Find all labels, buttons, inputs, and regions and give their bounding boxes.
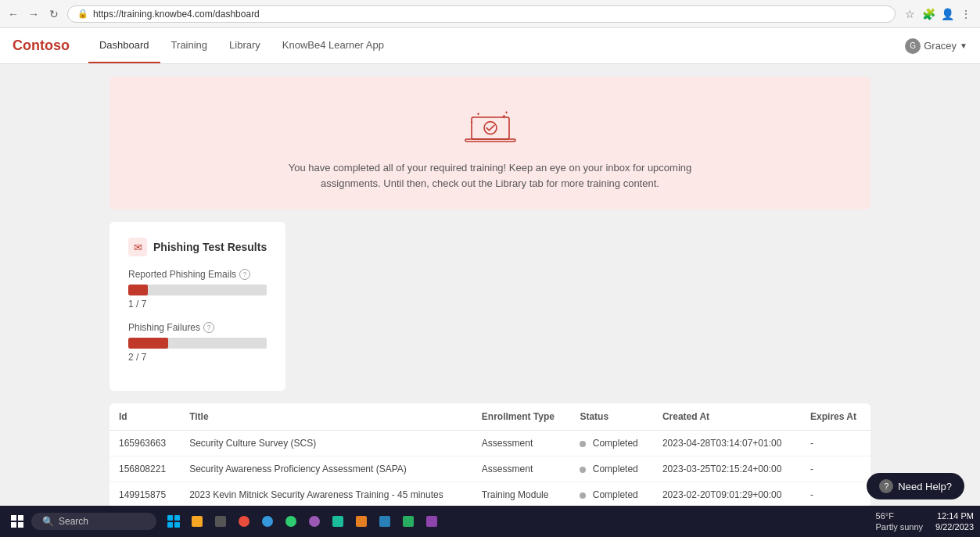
svg-rect-9 <box>11 522 16 528</box>
refresh-button[interactable]: ↻ <box>47 7 61 21</box>
svg-rect-11 <box>167 515 173 521</box>
svg-rect-12 <box>174 515 180 521</box>
reported-progress-label: 1 / 7 <box>128 299 267 310</box>
cell-created-at: 2023-04-28T03:14:07+01:00 <box>653 431 801 456</box>
table-row: 149915875 2023 Kevin Mitnick Security Aw… <box>109 482 871 508</box>
user-dropdown-icon: ▼ <box>960 41 967 50</box>
taskbar-icon-11[interactable] <box>397 510 419 532</box>
svg-point-18 <box>262 516 273 527</box>
svg-rect-16 <box>215 516 226 527</box>
cell-status: Completed <box>570 456 652 482</box>
taskbar-icon-8[interactable] <box>327 510 349 532</box>
completion-icon: ✦ ✦ ✦ ✦ <box>459 100 522 147</box>
svg-rect-10 <box>18 522 23 528</box>
cell-expires-at: - <box>801 456 871 482</box>
taskbar-search-bar[interactable]: 🔍 Search <box>31 513 156 530</box>
col-title: Title <box>180 403 472 431</box>
svg-rect-15 <box>192 516 203 527</box>
nav-item-learner-app[interactable]: KnowBe4 Learner App <box>271 28 395 63</box>
taskbar-weather: 56°F Partly sunny <box>876 510 924 533</box>
taskbar-icon-1[interactable] <box>163 510 185 532</box>
svg-rect-8 <box>18 515 23 521</box>
nav-item-training[interactable]: Training <box>160 28 218 63</box>
svg-rect-1 <box>465 139 515 141</box>
svg-rect-14 <box>174 522 180 528</box>
user-avatar: G <box>905 38 921 54</box>
table-header-row: Id Title Enrollment Type Status Created … <box>109 403 871 431</box>
cell-id: 149915875 <box>109 482 180 508</box>
taskbar-clock: 12:14 PM 9/22/2023 <box>935 510 974 533</box>
status-dot <box>580 467 586 473</box>
taskbar-icon-10[interactable] <box>374 510 396 532</box>
completion-banner: ✦ ✦ ✦ ✦ You have completed all of your r… <box>109 77 871 209</box>
phishing-card-header: ✉ Phishing Test Results <box>128 238 267 256</box>
cell-created-at: 2023-03-25T02:15:24+00:00 <box>653 456 801 482</box>
taskbar-icon-9[interactable] <box>350 510 372 532</box>
failures-progress-bar-fill <box>128 338 168 349</box>
taskbar-icon-3[interactable] <box>210 510 232 532</box>
status-text: Completed <box>593 438 638 449</box>
phishing-card: ✉ Phishing Test Results Reported Phishin… <box>109 222 285 391</box>
main-content: ✦ ✦ ✦ ✦ You have completed all of your r… <box>0 64 980 520</box>
reported-label: Reported Phishing Emails ? <box>128 269 267 280</box>
col-expires-at: Expires At <box>801 403 871 431</box>
cell-created-at: 2023-02-20T09:01:29+00:00 <box>653 482 801 508</box>
nav-item-dashboard[interactable]: Dashboard <box>88 28 160 63</box>
cell-expires-at: - <box>801 482 871 508</box>
need-help-button[interactable]: ? Need Help? <box>867 473 964 499</box>
svg-rect-23 <box>379 516 390 527</box>
svg-text:✦: ✦ <box>504 110 508 115</box>
svg-point-17 <box>239 516 249 527</box>
status-text: Completed <box>593 464 638 474</box>
taskbar-icon-12[interactable] <box>421 510 443 532</box>
svg-rect-7 <box>11 515 16 521</box>
completion-icon-area: ✦ ✦ ✦ ✦ <box>125 100 855 149</box>
status-text: Completed <box>593 489 638 500</box>
phishing-card-title: Phishing Test Results <box>153 241 267 253</box>
taskbar-icon-5[interactable] <box>257 510 278 532</box>
table-row: 156808221 Security Awareness Proficiency… <box>109 456 871 482</box>
browser-chrome: ← → ↻ 🔒 https://training.knowbe4.com/das… <box>0 0 980 28</box>
cell-title: Security Culture Survey (SCS) <box>180 431 472 456</box>
cell-id: 156808221 <box>109 456 180 482</box>
svg-rect-25 <box>426 516 437 527</box>
col-status: Status <box>570 403 652 431</box>
col-created-at: Created At <box>653 403 801 431</box>
svg-rect-21 <box>332 516 343 527</box>
reported-help-icon[interactable]: ? <box>239 269 250 280</box>
taskbar-icon-4[interactable] <box>233 510 255 532</box>
status-dot <box>580 441 586 447</box>
taskbar-icon-7[interactable] <box>303 510 325 532</box>
svg-text:✦: ✦ <box>476 111 480 116</box>
menu-icon[interactable]: ⋮ <box>958 6 974 22</box>
taskbar-icon-6[interactable] <box>280 510 302 532</box>
failures-progress-label: 2 / 7 <box>128 352 267 363</box>
back-button[interactable]: ← <box>6 7 20 21</box>
taskbar-icon-2[interactable] <box>186 510 208 532</box>
forward-button[interactable]: → <box>27 7 41 21</box>
svg-rect-24 <box>403 516 414 527</box>
url-bar[interactable]: 🔒 https://training.knowbe4.com/dashboard <box>67 5 896 23</box>
taskbar: 🔍 Search 56°F Partly sunny 12:14 PM 9/22… <box>0 506 980 537</box>
extension-icon[interactable]: 🧩 <box>921 6 936 22</box>
completion-text: You have completed all of your required … <box>125 160 855 191</box>
cell-enrollment-type: Assessment <box>472 431 571 456</box>
need-help-icon: ? <box>879 479 893 493</box>
taskbar-right: 56°F Partly sunny 12:14 PM 9/22/2023 <box>876 510 974 533</box>
cell-enrollment-type: Training Module <box>472 482 571 508</box>
reported-progress-bar-bg <box>128 285 267 295</box>
table-row: 165963663 Security Culture Survey (SCS) … <box>109 431 871 456</box>
bookmark-icon[interactable]: ☆ <box>902 6 917 22</box>
nav-item-library[interactable]: Library <box>218 28 271 63</box>
cell-expires-at: - <box>801 431 871 456</box>
status-dot <box>580 492 586 499</box>
failures-help-icon[interactable]: ? <box>203 322 214 333</box>
svg-rect-13 <box>167 522 173 528</box>
nav-items: Dashboard Training Library KnowBe4 Learn… <box>88 28 395 63</box>
profile-icon[interactable]: 👤 <box>939 6 955 22</box>
col-id: Id <box>109 403 180 431</box>
failures-progress-bar-bg <box>128 338 267 349</box>
nav-user[interactable]: G Gracey ▼ <box>905 38 967 54</box>
cell-enrollment-type: Assessment <box>472 456 571 482</box>
start-button[interactable] <box>6 510 28 532</box>
